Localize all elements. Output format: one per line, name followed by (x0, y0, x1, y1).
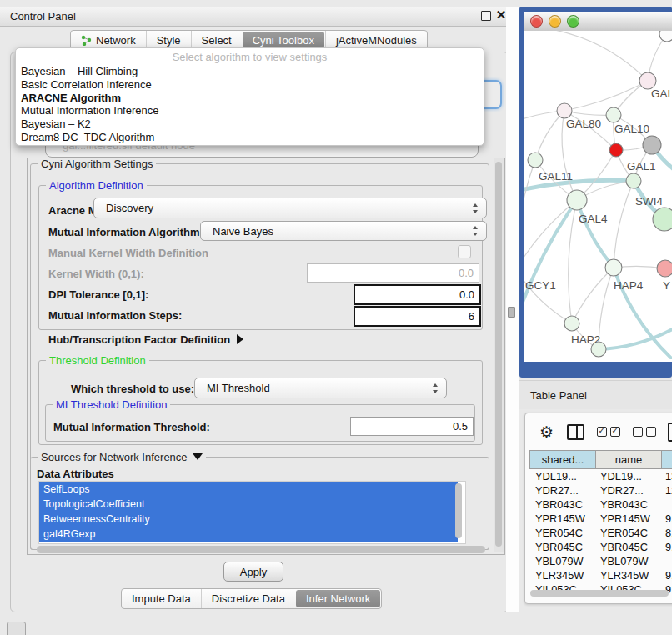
sources-toggle[interactable]: Sources for Network Inference (38, 451, 206, 463)
apply-button[interactable]: Apply (223, 562, 283, 582)
column-header[interactable]: name (596, 450, 662, 469)
table-horizontal-scrollbar[interactable] (530, 590, 669, 597)
mi-type-combobox[interactable]: Naive Bayes (200, 221, 487, 241)
network-node[interactable] (659, 31, 672, 42)
network-node[interactable] (605, 259, 622, 276)
hub-definition-toggle[interactable]: Hub/Transcription Factor Definition (48, 333, 243, 346)
table-row[interactable]: YDR27...YDR27...12 (529, 483, 672, 498)
network-node[interactable] (626, 173, 641, 188)
column-header[interactable]: A (662, 450, 672, 469)
aracne-mode-combobox[interactable]: Discovery (93, 198, 487, 218)
network-icon (81, 35, 92, 46)
close-traffic-light-icon[interactable] (530, 15, 543, 28)
mi-steps-input[interactable]: 6 (354, 306, 481, 327)
network-node[interactable] (643, 136, 661, 154)
table-cell: 9. (659, 540, 672, 554)
dpi-tolerance-label: DPI Tolerance [0,1]: (48, 288, 148, 301)
group-title: Cyni Algorithm Settings (38, 158, 156, 170)
network-edge[interactable] (535, 111, 564, 160)
attribute-list-item[interactable]: TopologicalCoefficient (39, 497, 458, 512)
restore-panel-button[interactable] (7, 622, 26, 635)
splitter-grip[interactable] (508, 307, 515, 318)
table-function-icon[interactable] (668, 422, 672, 442)
tab-network[interactable]: Network (71, 31, 146, 49)
table-row[interactable]: YLR345WYLR345W9. (529, 568, 672, 582)
network-node[interactable] (557, 103, 572, 118)
columns-icon[interactable] (567, 424, 584, 440)
attribute-list-item[interactable]: SelfLoops (39, 482, 458, 497)
network-node[interactable] (567, 190, 587, 210)
table-toolbar: ⚙ (525, 413, 672, 450)
group-title: Threshold Definition (46, 354, 149, 367)
algorithm-option[interactable]: Basic Correlation Inference (16, 78, 484, 92)
network-edge[interactable] (564, 81, 648, 111)
node-label: GAL (651, 88, 672, 100)
network-node[interactable] (657, 260, 672, 277)
dpi-tolerance-input[interactable]: 0.0 (354, 284, 481, 305)
data-attributes-list[interactable]: SelfLoopsTopologicalCoefficientBetweenne… (38, 481, 466, 544)
horizontal-scrollbar-thumb[interactable] (37, 546, 485, 553)
tab-jactivemnodules[interactable]: jActiveMNodules (325, 31, 427, 49)
network-edge[interactable] (524, 160, 535, 269)
network-edge-highlighted[interactable] (577, 200, 614, 268)
table-cell: YBR045C (594, 540, 659, 554)
mi-threshold-input[interactable]: 0.5 (350, 417, 474, 436)
network-edge[interactable] (546, 31, 648, 81)
algorithm-option[interactable]: Dream8 DC_TDC Algorithm (16, 131, 484, 144)
gear-icon[interactable]: ⚙ (539, 424, 554, 440)
tab-infer-network[interactable]: Infer Network (296, 590, 380, 608)
sources-title: Sources for Network Inference (41, 451, 188, 463)
tab-discretize-data[interactable]: Discretize Data (201, 589, 295, 608)
table-row[interactable]: YBL079WYBL079W (529, 554, 672, 568)
tab-impute-data[interactable]: Impute Data (122, 589, 201, 608)
table-cell: 12 (659, 483, 672, 498)
network-node[interactable] (653, 208, 672, 231)
table-row[interactable]: YER054CYER054C8. (529, 526, 672, 540)
tab-label: Style (157, 34, 181, 47)
algorithm-option[interactable]: ARACNE Algorithm (16, 92, 484, 105)
tab-select[interactable]: Select (191, 31, 242, 49)
node-label: SWI4 (635, 195, 663, 208)
column-header[interactable]: shared... (529, 450, 596, 469)
deselect-all-icon[interactable] (633, 427, 656, 437)
network-node[interactable] (564, 316, 579, 331)
settings-scrollbar-thumb[interactable] (495, 162, 502, 547)
which-threshold-combobox[interactable]: MI Threshold (194, 378, 447, 398)
network-node[interactable] (639, 72, 656, 89)
float-window-icon[interactable] (481, 11, 491, 21)
minimize-traffic-light-icon[interactable] (549, 15, 561, 28)
table-row[interactable]: YDL19...YDL19...13 (529, 469, 672, 483)
network-node[interactable] (528, 152, 543, 168)
table-row[interactable]: YPR145WYPR145W9. (529, 512, 672, 526)
kernel-width-input[interactable]: 0.0 (307, 263, 479, 282)
network-edge[interactable] (614, 181, 634, 268)
tab-cyni-toolbox[interactable]: Cyni Toolbox (243, 32, 324, 48)
manual-kernel-checkbox[interactable] (458, 245, 471, 258)
node-label: HAP2 (571, 333, 600, 346)
algorithm-option[interactable]: Bayesian – Hill Climbing (16, 65, 484, 78)
network-edge[interactable] (572, 268, 614, 323)
tab-label: Network (96, 34, 136, 47)
table-cell: YDL19... (529, 469, 594, 483)
expanded-arrow-icon (193, 453, 203, 460)
attribute-list-item[interactable]: BetweennessCentrality (39, 512, 458, 527)
tab-label: jActiveMNodules (336, 34, 417, 47)
checked-checkbox-icon (597, 427, 607, 437)
table-cell: YLR345W (529, 568, 594, 582)
tab-style[interactable]: Style (146, 31, 191, 49)
attribute-list-item[interactable]: gal4RGexp (39, 527, 458, 542)
network-node[interactable] (609, 143, 623, 157)
algorithm-option[interactable]: Bayesian – K2 (16, 118, 484, 131)
node-label: GAL4 (579, 212, 608, 225)
select-all-icon[interactable] (597, 427, 620, 437)
network-node[interactable] (606, 108, 621, 122)
list-scrollbar-thumb[interactable] (455, 483, 462, 538)
network-edge[interactable] (569, 200, 577, 323)
table-row[interactable]: YBR043CYBR043C (529, 498, 672, 512)
network-canvas[interactable]: GALGAL80GAL10GAL1GAL11SWI4GAL4GCY1HAP4YH… (524, 31, 672, 359)
mi-threshold-value: 0.5 (453, 420, 468, 432)
algorithm-option[interactable]: Mutual Information Inference (16, 104, 484, 118)
table-row[interactable]: YBR045CYBR045C9. (529, 540, 672, 554)
zoom-traffic-light-icon[interactable] (567, 15, 579, 28)
control-panel-titlebar: Control Panel (0, 7, 509, 27)
